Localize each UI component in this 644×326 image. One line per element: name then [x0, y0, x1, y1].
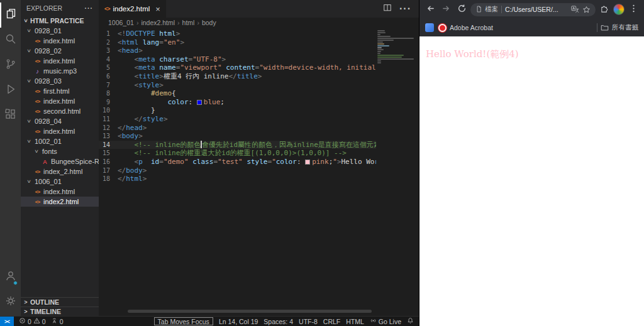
line-number[interactable]: 3 — [99, 46, 118, 55]
explorer-item-index.html[interactable]: <>index.html — [21, 187, 99, 197]
code-line-1[interactable]: 1<!DOCTYPE html> — [99, 30, 376, 38]
indentation-indicator[interactable]: Spaces: 4 — [264, 318, 293, 325]
code-text[interactable]: <!-- inline的顏色會優先於id屬性的顏色，因為inline是直接寫在這… — [118, 141, 376, 149]
color-swatch[interactable] — [197, 100, 202, 105]
breadcrumb-item[interactable]: index2.html — [141, 19, 175, 26]
explorer-item-second.html[interactable]: <>second.html — [21, 106, 99, 116]
explorer-item-index.html[interactable]: <>index.html — [21, 96, 99, 106]
code-text[interactable]: <meta name="viewport" content="width=dev… — [118, 63, 376, 72]
line-number[interactable]: 9 — [99, 98, 118, 107]
tab-close-icon[interactable]: × — [155, 5, 160, 13]
split-editor-icon[interactable] — [383, 3, 392, 14]
bookmark-star-icon[interactable] — [582, 6, 591, 14]
code-text[interactable]: #demo{ — [118, 89, 176, 98]
code-text[interactable]: </html> — [118, 175, 147, 183]
code-line-7[interactable]: 7 <style> — [99, 81, 376, 90]
ports-indicator[interactable]: 0 — [51, 317, 64, 325]
explorer-item-0928_04[interactable]: >0928_04 — [21, 116, 99, 126]
code-line-12[interactable]: 12</head> — [99, 124, 376, 133]
notifications-button[interactable] — [407, 317, 414, 325]
code-text[interactable]: <body> — [118, 132, 143, 141]
tab-moves-focus-indicator[interactable]: Tab Moves Focus — [154, 317, 213, 325]
line-number[interactable]: 13 — [99, 132, 118, 141]
code-line-8[interactable]: 8 #demo{ — [99, 89, 376, 98]
explorer-item-0928_01[interactable]: >0928_01 — [21, 26, 99, 36]
line-number[interactable]: 5 — [99, 63, 118, 72]
timeline-section[interactable]: > TIMELINE — [21, 307, 99, 316]
breadcrumb-item[interactable]: html — [182, 19, 195, 26]
code-text[interactable]: <!DOCTYPE html> — [118, 30, 180, 38]
explorer-item-music.mp3[interactable]: ♪music.mp3 — [21, 66, 99, 76]
explorer-item-1002_01[interactable]: >1002_01 — [21, 136, 99, 146]
remote-indicator[interactable]: >< — [0, 317, 14, 326]
explorer-item-index.html[interactable]: <>index.html — [21, 126, 99, 136]
explorer-item-index_2.html[interactable]: <>index_2.html — [21, 166, 99, 177]
address-bar[interactable]: 檔案 C:/Users/USER/... — [470, 3, 596, 16]
code-text[interactable]: <meta charset="UTF-8"> — [118, 55, 226, 64]
code-line-13[interactable]: 13<body> — [99, 132, 376, 141]
line-number[interactable]: 10 — [99, 106, 118, 115]
code-text[interactable]: <title>權重4 行內 inline</title> — [118, 72, 262, 81]
browser-menu-button[interactable] — [626, 3, 640, 16]
explorer-item-1006_01[interactable]: >1006_01 — [21, 177, 99, 187]
encoding-indicator[interactable]: UTF-8 — [299, 318, 318, 325]
bookmark-adobe-acrobat[interactable]: Adobe Acrobat — [438, 24, 493, 32]
explorer-more-actions-icon[interactable]: ··· — [85, 4, 94, 12]
code-line-9[interactable]: 9 color: blue; — [99, 98, 376, 107]
code-text[interactable]: } — [118, 106, 155, 115]
problems-indicator[interactable]: 0 0 — [19, 317, 46, 325]
forward-button[interactable] — [439, 3, 453, 16]
explorer-item-BungeeSpice-Regu...[interactable]: ABungeeSpice-Regu... — [21, 156, 99, 166]
breadcrumb-item[interactable]: body — [202, 19, 216, 26]
line-number[interactable]: 17 — [99, 166, 118, 175]
accounts-button[interactable] — [0, 264, 21, 290]
extensions-activity-button[interactable] — [0, 103, 21, 128]
explorer-item-index2.html[interactable]: <>index2.html — [21, 197, 99, 207]
workspace-section-header[interactable]: > HTML PRACTICE — [21, 16, 99, 26]
line-number[interactable]: 6 — [99, 72, 118, 81]
translate-icon[interactable] — [571, 6, 579, 14]
explorer-item-index.html[interactable]: <>index.html — [21, 36, 99, 46]
line-number[interactable]: 11 — [99, 115, 118, 124]
run-debug-activity-button[interactable] — [0, 78, 21, 103]
eol-indicator[interactable]: CRLF — [323, 318, 340, 325]
code-line-4[interactable]: 4 <meta charset="UTF-8"> — [99, 55, 376, 64]
code-line-5[interactable]: 5 <meta name="viewport" content="width=d… — [99, 63, 376, 72]
scheme-chip[interactable]: 檔案 — [475, 5, 498, 14]
code-line-16[interactable]: 16 <p id="demo" class="test" style="colo… — [99, 158, 376, 166]
back-button[interactable] — [423, 3, 437, 16]
code-line-2[interactable]: 2<html lang="en"> — [99, 38, 376, 47]
line-number[interactable]: 12 — [99, 124, 118, 133]
horizontal-scrollbar[interactable] — [128, 310, 372, 313]
tab-index2-html[interactable]: <> index2.html × — [99, 0, 166, 18]
line-number[interactable]: 14 — [99, 141, 118, 149]
explorer-item-index.html[interactable]: <>index.html — [21, 56, 99, 66]
line-number[interactable]: 1 — [99, 30, 118, 38]
explorer-item-fonts[interactable]: >fonts — [21, 146, 99, 156]
code-line-3[interactable]: 3<head> — [99, 46, 376, 55]
code-text[interactable]: </style> — [118, 115, 168, 124]
code-line-18[interactable]: 18</html> — [99, 175, 376, 183]
all-bookmarks-button[interactable]: 所有書籤 — [597, 23, 638, 33]
line-number[interactable]: 4 — [99, 55, 118, 64]
code-text[interactable]: <style> — [118, 81, 164, 90]
more-actions-icon[interactable]: ··· — [399, 3, 411, 14]
line-number[interactable]: 18 — [99, 175, 118, 183]
code-text[interactable]: </body> — [118, 166, 147, 175]
code-text[interactable]: <p id="demo" class="test" style="color: … — [118, 158, 376, 166]
language-mode[interactable]: HTML — [346, 318, 364, 325]
extensions-puzzle-button[interactable] — [597, 3, 611, 16]
code-line-11[interactable]: 11 </style> — [99, 115, 376, 124]
minimap[interactable] — [377, 30, 416, 64]
code-line-10[interactable]: 10 } — [99, 106, 376, 115]
color-swatch[interactable] — [305, 160, 310, 165]
code-text[interactable]: </head> — [118, 124, 147, 133]
line-number[interactable]: 7 — [99, 81, 118, 90]
explorer-item-0928_03[interactable]: >0928_03 — [21, 76, 99, 86]
code-text[interactable]: <html lang="en"> — [118, 38, 184, 47]
line-number[interactable]: 16 — [99, 158, 118, 166]
go-live-button[interactable]: Go Live — [370, 317, 401, 325]
explorer-activity-button[interactable] — [0, 3, 21, 28]
breadcrumb-item[interactable]: 1006_01 — [108, 19, 134, 26]
explorer-item-first.html[interactable]: <>first.html — [21, 86, 99, 96]
